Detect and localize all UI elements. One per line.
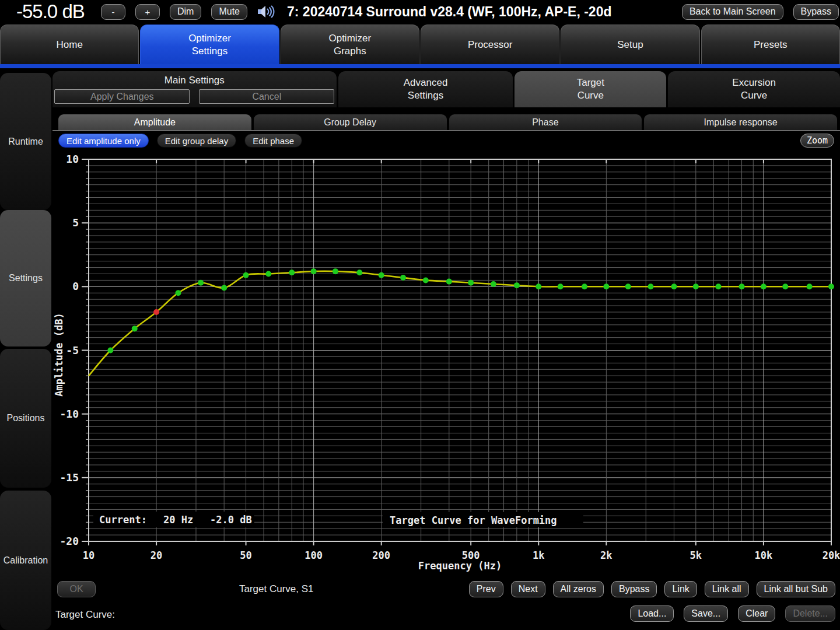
curve-title-annotation: Target Curve for WaveForming xyxy=(390,514,557,526)
clear-button[interactable]: Clear xyxy=(738,606,775,622)
curve-point[interactable] xyxy=(221,285,227,291)
curve-point[interactable] xyxy=(782,284,788,289)
all-zeros-button[interactable]: All zeros xyxy=(553,581,604,597)
curve-point[interactable] xyxy=(582,284,587,289)
main-tab-label: Setup xyxy=(617,38,643,51)
y-tick-label: -15 xyxy=(60,471,79,484)
curve-point[interactable] xyxy=(536,284,541,289)
target-curve-label: Target Curve: xyxy=(55,609,115,621)
delete-button[interactable]: Delete... xyxy=(785,606,835,622)
curve-point[interactable] xyxy=(356,270,362,275)
edit-amplitude-only-button[interactable]: Edit amplitude only xyxy=(58,134,149,148)
bypass-button[interactable]: Bypass xyxy=(611,581,657,597)
sidebar: RuntimeSettingsPositionsCalibration xyxy=(0,70,51,630)
subtab-label: Target xyxy=(577,76,604,89)
back-to-main-screen-button[interactable]: Back to Main Screen xyxy=(682,4,783,20)
graph-tab-impulse-response[interactable]: Impulse response xyxy=(644,114,837,130)
curve-point-selected[interactable] xyxy=(153,309,159,315)
sidebar-item-runtime[interactable]: Runtime xyxy=(0,73,51,210)
x-tick-label: 10 xyxy=(83,550,94,561)
curve-point[interactable] xyxy=(423,277,429,283)
curve-point[interactable] xyxy=(828,284,834,289)
ok-button[interactable]: OK xyxy=(57,581,96,597)
curve-point[interactable] xyxy=(761,284,766,289)
main-settings-buttons: Apply Changes Cancel xyxy=(54,89,334,104)
curve-point[interactable] xyxy=(198,280,204,286)
subtab-label: Settings xyxy=(408,89,443,102)
subtab-excursion-curve[interactable]: ExcursionCurve xyxy=(668,71,840,107)
y-tick-label: 0 xyxy=(72,280,79,292)
graph-tab-label: Phase xyxy=(532,117,558,128)
edit-mode-row: Edit amplitude onlyEdit group delayEdit … xyxy=(58,134,302,148)
main-tab-processor[interactable]: Processor xyxy=(421,24,559,64)
graph-tab-bar: AmplitudeGroup DelayPhaseImpulse respons… xyxy=(58,114,837,130)
preset-title: 7: 20240714 Surround v28.4 (WF, 100Hz, A… xyxy=(287,4,672,20)
dim-button[interactable]: Dim xyxy=(170,4,201,20)
curve-point[interactable] xyxy=(132,326,138,331)
main-tab-home[interactable]: Home xyxy=(0,24,139,64)
curve-point[interactable] xyxy=(716,284,722,289)
subtab-target-curve[interactable]: TargetCurve xyxy=(514,71,666,107)
curve-point[interactable] xyxy=(625,284,631,289)
curve-point[interactable] xyxy=(807,284,813,289)
main-tab-setup[interactable]: Setup xyxy=(561,24,699,64)
curve-point[interactable] xyxy=(648,284,653,289)
next-button[interactable]: Next xyxy=(511,581,545,597)
curve-point[interactable] xyxy=(671,284,677,289)
sidebar-item-calibration[interactable]: Calibration xyxy=(0,491,51,630)
curve-point[interactable] xyxy=(468,280,474,286)
volume-down-button[interactable]: - xyxy=(101,4,125,20)
link-all-button[interactable]: Link all xyxy=(705,581,749,597)
curve-point[interactable] xyxy=(558,284,564,289)
save-button[interactable]: Save... xyxy=(684,606,728,622)
curve-point[interactable] xyxy=(739,284,745,289)
link-button[interactable]: Link xyxy=(664,581,696,597)
main-tab-label: Optimizer xyxy=(188,32,231,45)
curve-point[interactable] xyxy=(693,284,699,289)
curve-nav-row: PrevNextAll zerosBypassLinkLink allLink … xyxy=(469,581,835,597)
x-tick-label: 20 xyxy=(150,550,162,561)
graph-tab-group-delay[interactable]: Group Delay xyxy=(254,114,447,130)
subtab-advanced-settings[interactable]: AdvancedSettings xyxy=(338,71,513,107)
prev-button[interactable]: Prev xyxy=(469,581,503,597)
curve-point[interactable] xyxy=(175,290,181,296)
curve-point[interactable] xyxy=(289,270,295,275)
curve-point[interactable] xyxy=(603,284,609,289)
curve-point[interactable] xyxy=(311,268,317,274)
edit-group-delay-button[interactable]: Edit group delay xyxy=(157,134,236,148)
graph-tab-amplitude[interactable]: Amplitude xyxy=(58,114,251,130)
graph-tab-label: Amplitude xyxy=(134,117,176,128)
target-curve-chart[interactable]: 1050-5-10-15-201020501002005001k2k5k10k2… xyxy=(52,150,840,578)
mute-button[interactable]: Mute xyxy=(211,4,247,20)
apply-changes-button[interactable]: Apply Changes xyxy=(54,89,190,104)
main-tab-label: Presets xyxy=(754,38,788,51)
curve-point[interactable] xyxy=(446,279,452,285)
curve-point[interactable] xyxy=(514,282,520,288)
subtab-main-settings[interactable]: Main Settings Apply Changes Cancel xyxy=(52,71,337,107)
main-tab-label: Graphs xyxy=(334,45,366,58)
curve-point[interactable] xyxy=(265,271,271,277)
channel-status-label: Target Curve, S1 xyxy=(239,583,314,595)
zoom-button[interactable]: Zoom xyxy=(800,134,834,148)
volume-up-button[interactable]: + xyxy=(135,4,160,20)
x-tick-label: 2k xyxy=(600,550,612,561)
sidebar-item-settings[interactable]: Settings xyxy=(0,210,51,346)
load-button[interactable]: Load... xyxy=(630,606,674,622)
graph-tab-phase[interactable]: Phase xyxy=(449,114,642,130)
edit-phase-button[interactable]: Edit phase xyxy=(244,134,302,148)
cancel-button[interactable]: Cancel xyxy=(199,89,334,104)
curve-point[interactable] xyxy=(379,272,384,278)
curve-point[interactable] xyxy=(400,275,406,281)
link-all-but-sub-button[interactable]: Link all but Sub xyxy=(757,581,835,597)
main-tab-presets[interactable]: Presets xyxy=(701,24,840,64)
curve-point[interactable] xyxy=(491,281,496,287)
current-readout: Current:20 Hz-2.0 dB xyxy=(99,514,252,526)
curve-point[interactable] xyxy=(107,348,113,354)
main-tab-optimizer-graphs[interactable]: OptimizerGraphs xyxy=(281,24,419,64)
curve-point[interactable] xyxy=(243,272,249,278)
bypass-top-button[interactable]: Bypass xyxy=(793,4,839,20)
main-tab-optimizer-settings[interactable]: OptimizerSettings xyxy=(140,24,279,64)
sidebar-item-positions[interactable]: Positions xyxy=(0,349,51,488)
curve-point[interactable] xyxy=(332,268,338,274)
sidebar-item-label: Positions xyxy=(7,413,45,424)
